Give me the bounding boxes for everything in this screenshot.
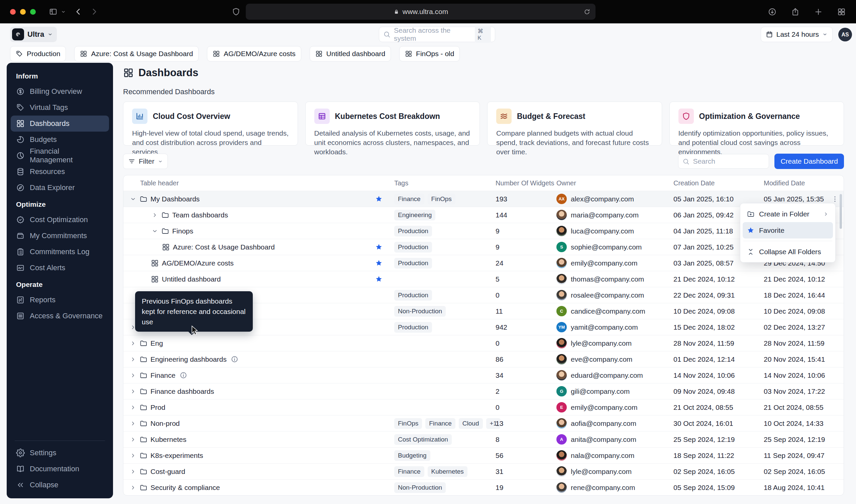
shield-icon[interactable] (232, 7, 240, 16)
context-chip[interactable]: FinOps - old (399, 46, 460, 61)
column-header-created[interactable]: Creation Date (673, 179, 764, 187)
menu-divider (743, 241, 832, 241)
table-row[interactable]: Untitled dashboard5thomas@company.com21 … (123, 271, 844, 287)
favorite-star-icon[interactable] (375, 275, 383, 283)
modified-date: 20 Nov 2024, 15:41 (764, 355, 829, 363)
address-bar[interactable]: www.ultra.com (246, 4, 596, 20)
chevron-right-icon[interactable] (130, 452, 136, 459)
table-row[interactable]: My DashboardsFinanceFinOps193AXalex@comp… (123, 191, 844, 207)
info-icon[interactable] (179, 372, 187, 379)
sidebar-item-financial-management[interactable]: Financial Management (11, 148, 109, 164)
table-row[interactable]: Azure: Cost & Usage DashboardProduction9… (123, 239, 844, 255)
sidebar-item-my-commitments[interactable]: My Commitments (11, 228, 109, 244)
context-chip[interactable]: Untitled dashboard (310, 46, 391, 61)
table-row[interactable]: Security & complianceNon-Production19ren… (123, 480, 844, 496)
column-header-owner[interactable]: Owner (557, 179, 673, 187)
tag-badge: Non-Production (394, 482, 446, 493)
favorite-star-icon[interactable] (375, 259, 383, 267)
create-dashboard-button[interactable]: Create Dashboard (774, 154, 844, 169)
chevron-right-icon[interactable] (130, 388, 136, 395)
chevron-right-icon[interactable] (152, 212, 158, 218)
table-row[interactable]: K8s-experimentsBudgeting56nala@company.c… (123, 448, 844, 464)
share-icon[interactable] (791, 7, 800, 16)
chevron-right-icon[interactable] (130, 484, 136, 491)
context-chip[interactable]: Production (10, 46, 66, 61)
user-avatar[interactable]: AS (838, 28, 852, 41)
chevron-right-icon[interactable] (130, 372, 136, 379)
time-range-selector[interactable]: Last 24 hours (761, 27, 833, 42)
new-tab-icon[interactable] (814, 7, 823, 16)
chevron-down-icon[interactable] (130, 196, 136, 202)
column-header-tags[interactable]: Tags (394, 179, 496, 187)
recommended-card[interactable]: Optimization & GovernanceIdentify optimi… (669, 102, 844, 146)
minimize-window-button[interactable] (20, 9, 26, 15)
column-header-name[interactable]: Table header (123, 179, 394, 187)
chevron-right-icon[interactable] (130, 356, 136, 363)
forward-icon[interactable] (90, 7, 99, 16)
chevron-right-icon[interactable] (130, 420, 136, 427)
table-search-input[interactable]: Search (678, 154, 769, 169)
browser-sidebar-icon[interactable] (49, 7, 57, 16)
recommended-card[interactable]: Kubernetes Cost BreakdownDetailed analys… (305, 102, 480, 146)
favorite-star-icon[interactable] (375, 195, 383, 203)
table-row[interactable]: AG/DEMO/Azure costsProduction24emily@com… (123, 255, 844, 271)
sidebar-item-data-explorer[interactable]: Data Explorer (11, 180, 109, 196)
downloads-icon[interactable] (768, 7, 777, 16)
sidebar-item-settings[interactable]: Settings (11, 445, 109, 461)
chevron-down-icon[interactable] (61, 10, 66, 14)
chevron-right-icon[interactable] (130, 436, 136, 443)
table-row[interactable]: Eng0lyle@company.com28 Nov 2024, 11:5928… (123, 335, 844, 352)
close-window-button[interactable] (10, 9, 16, 15)
zoom-window-button[interactable] (30, 9, 36, 15)
back-icon[interactable] (74, 7, 83, 16)
row-menu-kebab-icon[interactable] (831, 195, 839, 203)
sidebar-item-collapse[interactable]: Collapse (11, 477, 109, 493)
table-row[interactable]: Prod0Eemily@company.com21 Oct 2024, 08:5… (123, 399, 844, 415)
table-row[interactable]: Cost-guardFinanceKubernetes31lyle@compan… (123, 464, 844, 480)
sidebar-item-billing-overview[interactable]: Billing Overview (11, 84, 109, 100)
chevron-down-icon[interactable] (152, 228, 158, 234)
menu-item-favorite[interactable]: Favorite (743, 222, 833, 238)
menu-item-create-in-folder[interactable]: Create in Folder (743, 206, 833, 222)
column-header-widgets[interactable]: Number Of Widgets (496, 179, 557, 187)
menu-item-collapse-all-folders[interactable]: Collapse All Folders (743, 244, 833, 260)
sidebar-item-access-governance[interactable]: Access & Governance (11, 308, 109, 324)
table-row[interactable]: FinopsProduction9luca@company.com04 Jan … (123, 223, 844, 239)
reload-icon[interactable] (583, 8, 591, 16)
sidebar-item-resources[interactable]: Resources (11, 164, 109, 180)
table-row[interactable]: Non-prodFinOpsFinanceCloud+113aofia@comp… (123, 415, 844, 432)
sidebar-item-reports[interactable]: Reports (11, 292, 109, 308)
context-chip[interactable]: Azure: Cost & Usage Dashboard (74, 46, 199, 61)
tab-overview-icon[interactable] (837, 7, 846, 16)
table-scrollbar[interactable] (840, 194, 842, 229)
chevron-right-icon[interactable] (130, 340, 136, 347)
table-row[interactable]: Finance34eduard@company.com14 Nov 2024, … (123, 367, 844, 383)
chevron-right-icon[interactable] (130, 404, 136, 411)
sidebar-item-label: My Commitments (30, 232, 87, 240)
info-icon[interactable] (231, 355, 238, 363)
sidebar-item-virtual-tags[interactable]: Virtual Tags (11, 100, 109, 115)
table-row[interactable]: Engineering dashboards86eve@company.com0… (123, 352, 844, 367)
table-row[interactable]: Finance dashboards2Ggili@company.com09 N… (123, 383, 844, 399)
column-header-modified[interactable]: Modified Date (764, 179, 829, 187)
workspace-name: Ultra (28, 30, 44, 39)
favorite-star-icon[interactable] (375, 243, 383, 251)
sidebar-item-dashboards[interactable]: Dashboards (11, 115, 109, 131)
owner-email: maria@company.com (571, 211, 639, 219)
global-search-input[interactable]: Search across the system ⌘ K (379, 27, 495, 42)
context-chip[interactable]: AG/DEMO/Azure costs (207, 46, 301, 61)
creation-date: 28 Nov 2024, 11:59 (673, 339, 764, 347)
table-row[interactable]: Team dashboardsEngineering144maria@compa… (123, 207, 844, 223)
sidebar-item-cost-optimization[interactable]: Cost Optimization (11, 212, 109, 228)
filter-button[interactable]: Filter (123, 154, 168, 169)
sidebar-item-cost-alerts[interactable]: Cost Alerts (11, 260, 109, 276)
table-icon (314, 109, 330, 124)
workspace-switcher[interactable]: Ultra (10, 27, 57, 42)
recommended-card[interactable]: Budget & ForecastCompare planned budgets… (487, 102, 662, 146)
sidebar-item-budgets[interactable]: Budgets (11, 131, 109, 148)
sidebar-item-documentation[interactable]: Documentation (11, 461, 109, 477)
recommended-card[interactable]: Cloud Cost OverviewHigh-level view of to… (123, 102, 298, 146)
table-row[interactable]: KubernetesCost Optimization8Aanita@compa… (123, 432, 844, 448)
chevron-right-icon[interactable] (130, 468, 136, 475)
sidebar-item-commitments-log[interactable]: Commitments Log (11, 244, 109, 260)
